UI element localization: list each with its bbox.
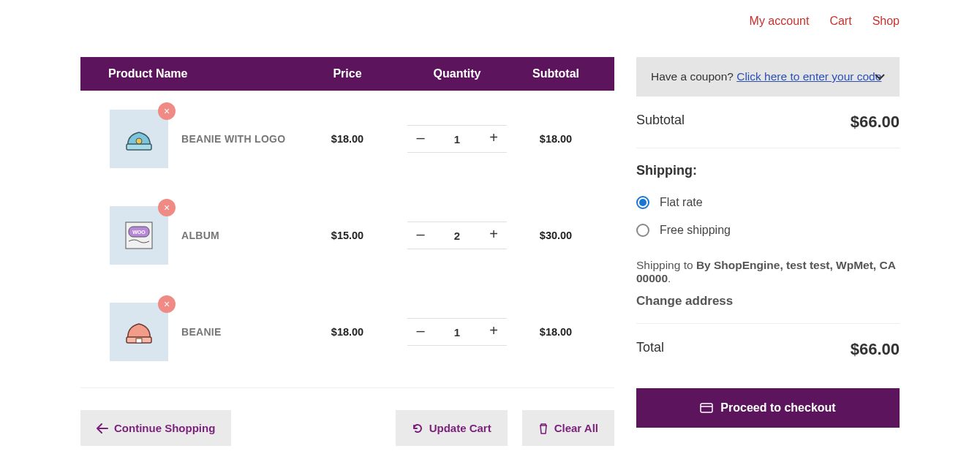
product-price: $18.00 <box>293 326 402 338</box>
shipping-free-label: Free shipping <box>660 224 731 237</box>
shipping-option-free[interactable]: Free shipping <box>636 224 900 237</box>
update-cart-label: Update Cart <box>429 422 491 434</box>
total-value: $66.00 <box>851 340 900 359</box>
radio-selected-icon <box>636 196 649 209</box>
coupon-question: Have a coupon? <box>651 70 736 83</box>
qty-value[interactable]: 1 <box>434 133 480 145</box>
nav-shop[interactable]: Shop <box>872 15 900 28</box>
total-row: Total $66.00 <box>636 324 900 375</box>
radio-icon <box>636 224 649 237</box>
shipping-section: Shipping: Flat rate Free shipping Shippi… <box>636 148 900 324</box>
continue-shopping-label: Continue Shopping <box>114 422 215 434</box>
total-label: Total <box>636 340 664 359</box>
top-nav: My account Cart Shop <box>750 15 900 28</box>
product-thumbnail: WOO × <box>110 206 168 265</box>
qty-increase-button[interactable]: + <box>480 319 507 345</box>
checkout-label: Proceed to checkout <box>720 401 835 415</box>
coupon-link[interactable]: Click here to enter your code <box>736 70 881 83</box>
svg-rect-7 <box>701 404 712 412</box>
header-subtotal: Subtotal <box>512 67 600 80</box>
svg-text:WOO: WOO <box>132 230 146 235</box>
qty-decrease-button[interactable]: – <box>407 222 434 249</box>
svg-point-1 <box>136 138 142 144</box>
product-subtotal: $18.00 <box>512 133 600 145</box>
chevron-down-icon <box>875 73 885 80</box>
product-name: ALBUM <box>181 230 219 241</box>
qty-increase-button[interactable]: + <box>480 222 507 249</box>
nav-account[interactable]: My account <box>750 15 810 28</box>
shipping-option-flat[interactable]: Flat rate <box>636 196 900 209</box>
svg-rect-6 <box>136 338 142 343</box>
product-subtotal: $18.00 <box>512 326 600 338</box>
quantity-stepper: – 2 + <box>407 222 507 249</box>
shipping-title: Shipping: <box>636 163 900 178</box>
cart-table-header: Product Name Price Quantity Subtotal <box>80 57 614 91</box>
qty-increase-button[interactable]: + <box>480 126 507 152</box>
trash-icon <box>538 423 549 434</box>
header-product: Product Name <box>80 67 293 80</box>
card-icon <box>700 401 713 415</box>
clear-all-button[interactable]: Clear All <box>522 410 614 446</box>
remove-item-button[interactable]: × <box>158 102 176 120</box>
subtotal-label: Subtotal <box>636 113 685 132</box>
qty-decrease-button[interactable]: – <box>407 126 434 152</box>
beanie-logo-icon <box>122 122 156 156</box>
remove-item-button[interactable]: × <box>158 295 176 313</box>
svg-rect-0 <box>127 144 151 150</box>
product-name: BEANIE <box>181 326 222 338</box>
qty-value[interactable]: 1 <box>434 326 480 338</box>
cart-row: × BEANIE WITH LOGO $18.00 – 1 + $18.00 <box>80 91 614 187</box>
nav-cart[interactable]: Cart <box>829 15 851 28</box>
subtotal-row: Subtotal $66.00 <box>636 97 900 148</box>
coupon-toggle[interactable]: Have a coupon? Click here to enter your … <box>636 57 900 97</box>
product-price: $18.00 <box>293 133 402 145</box>
qty-decrease-button[interactable]: – <box>407 319 434 345</box>
divider <box>80 387 614 388</box>
product-price: $15.00 <box>293 230 402 241</box>
quantity-stepper: – 1 + <box>407 318 507 346</box>
quantity-stepper: – 1 + <box>407 125 507 153</box>
header-price: Price <box>293 67 402 80</box>
remove-item-button[interactable]: × <box>158 199 176 216</box>
ship-to-prefix: Shipping to <box>636 259 696 271</box>
product-name: BEANIE WITH LOGO <box>181 133 285 145</box>
qty-value[interactable]: 2 <box>434 230 480 242</box>
arrow-left-icon <box>97 423 108 434</box>
update-cart-button[interactable]: Update Cart <box>396 410 508 446</box>
continue-shopping-button[interactable]: Continue Shopping <box>80 410 231 446</box>
beanie-icon <box>122 315 156 349</box>
proceed-checkout-button[interactable]: Proceed to checkout <box>636 388 900 428</box>
refresh-icon <box>412 423 423 434</box>
header-quantity: Quantity <box>402 67 512 80</box>
shipping-flat-label: Flat rate <box>660 196 703 209</box>
subtotal-value: $66.00 <box>851 113 900 132</box>
product-subtotal: $30.00 <box>512 230 600 241</box>
change-address-link[interactable]: Change address <box>636 294 900 309</box>
product-thumbnail: × <box>110 303 168 361</box>
clear-all-label: Clear All <box>554 422 598 434</box>
cart-row: × BEANIE $18.00 – 1 + $18.00 <box>80 284 614 380</box>
product-thumbnail: × <box>110 110 168 168</box>
cart-row: WOO × ALBUM $15.00 – 2 + $30.00 <box>80 187 614 284</box>
album-icon: WOO <box>120 216 158 254</box>
shipping-destination: Shipping to By ShopEngine, test test, Wp… <box>636 259 900 285</box>
